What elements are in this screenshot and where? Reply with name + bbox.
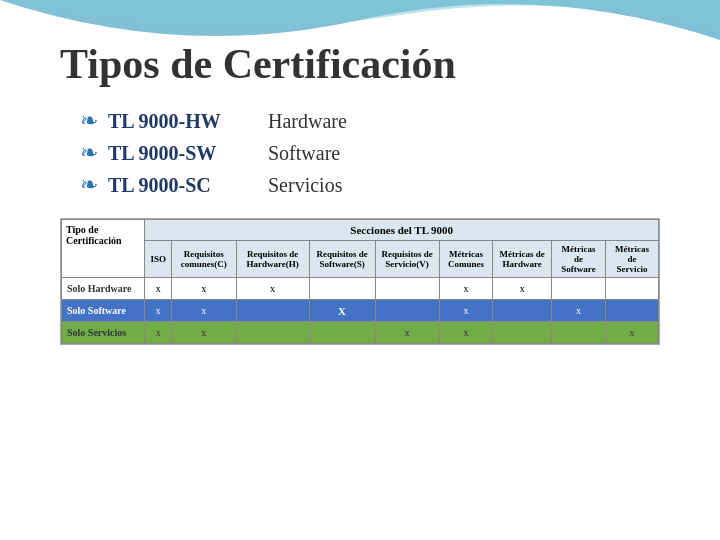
row-label-sw: Solo Software [62, 300, 145, 322]
cell-sw-6 [493, 300, 552, 322]
col-hardware: Requisitos de Hardware(H) [236, 241, 309, 278]
table-row-hw: Solo Hardware x x x x x [62, 278, 659, 300]
col-met-hw: Métricas de Hardware [493, 241, 552, 278]
bullet-desc-sw: Software [268, 142, 340, 165]
bullet-desc-sc: Servicios [268, 174, 342, 197]
cell-sv-6 [493, 322, 552, 344]
col-software: Requisitos de Software(S) [309, 241, 375, 278]
cell-sv-2 [236, 322, 309, 344]
cell-hw-1: x [172, 278, 237, 300]
cell-sw-4 [375, 300, 439, 322]
cell-sv-3 [309, 322, 375, 344]
col-header-tipo: Tipo de Certificación [62, 220, 145, 278]
cell-sw-1: x [172, 300, 237, 322]
cell-hw-5: x [439, 278, 493, 300]
col-servicio: Requisitos de Servicio(V) [375, 241, 439, 278]
cert-table: Tipo de Certificación Secciones del TL 9… [61, 219, 659, 344]
bullet-icon-sc: ❧ [80, 172, 98, 198]
cell-sw-2 [236, 300, 309, 322]
cell-sv-4: x [375, 322, 439, 344]
bullet-item-sc: ❧ TL 9000-SC Servicios [80, 172, 660, 198]
col-header-secciones: Secciones del TL 9000 [145, 220, 659, 241]
cell-sv-8: x [605, 322, 658, 344]
bullet-icon-sw: ❧ [80, 140, 98, 166]
bullet-label-sw: TL 9000-SW [108, 142, 268, 165]
table-row-sv: Solo Servicios x x x x x [62, 322, 659, 344]
bullet-list: ❧ TL 9000-HW Hardware ❧ TL 9000-SW Softw… [60, 108, 660, 198]
cell-hw-8 [605, 278, 658, 300]
cell-sv-5: x [439, 322, 493, 344]
cell-sw-5: x [439, 300, 493, 322]
cell-hw-0: x [145, 278, 172, 300]
cell-sv-7 [552, 322, 606, 344]
bullet-item-sw: ❧ TL 9000-SW Software [80, 140, 660, 166]
bullet-label-sc: TL 9000-SC [108, 174, 268, 197]
cell-sw-3: X [309, 300, 375, 322]
bullet-label-hw: TL 9000-HW [108, 110, 268, 133]
cell-sv-1: x [172, 322, 237, 344]
col-iso: ISO [145, 241, 172, 278]
bullet-desc-hw: Hardware [268, 110, 347, 133]
table-row-sw: Solo Software x x X x x [62, 300, 659, 322]
cell-sw-0: x [145, 300, 172, 322]
row-label-sv: Solo Servicios [62, 322, 145, 344]
cell-hw-2: x [236, 278, 309, 300]
bullet-item-hw: ❧ TL 9000-HW Hardware [80, 108, 660, 134]
page-title: Tipos de Certificación [60, 40, 660, 88]
cell-hw-4 [375, 278, 439, 300]
cell-hw-6: x [493, 278, 552, 300]
cert-table-wrapper: Tipo de Certificación Secciones del TL 9… [60, 218, 660, 345]
col-met-comunes: Métricas Comunes [439, 241, 493, 278]
cell-sw-8 [605, 300, 658, 322]
col-met-sv: Métricas de Servicio [605, 241, 658, 278]
cell-hw-3 [309, 278, 375, 300]
cell-hw-7 [552, 278, 606, 300]
cell-sw-7: x [552, 300, 606, 322]
col-met-sw: Métricas de Software [552, 241, 606, 278]
cell-sv-0: x [145, 322, 172, 344]
col-comunes: Requisitos comunes(C) [172, 241, 237, 278]
bullet-icon-hw: ❧ [80, 108, 98, 134]
row-label-hw: Solo Hardware [62, 278, 145, 300]
